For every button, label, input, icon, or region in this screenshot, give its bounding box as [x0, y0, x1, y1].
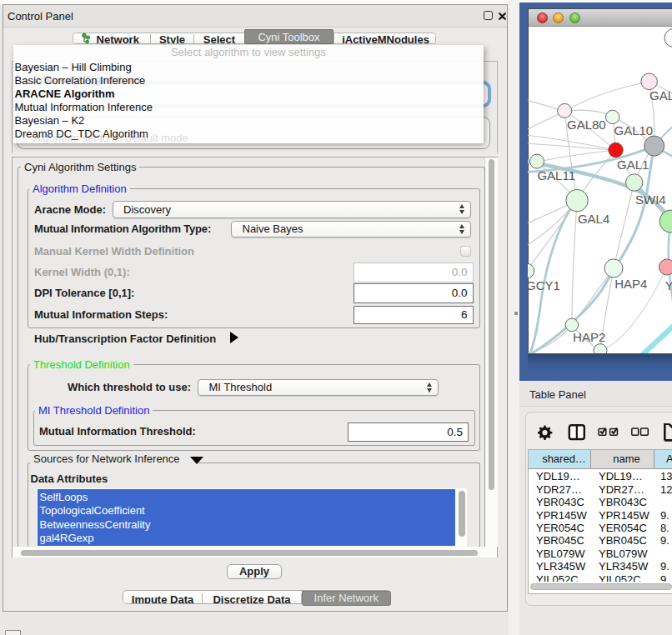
svg-text:GAL7: GAL7: [649, 88, 672, 102]
svg-text:HAP4: HAP4: [614, 277, 647, 291]
svg-text:HAP2: HAP2: [573, 330, 605, 344]
svg-text:Y: Y: [665, 278, 672, 292]
svg-text:GAL4: GAL4: [578, 212, 609, 226]
svg-text:GCY1: GCY1: [528, 278, 560, 292]
svg-text:GAL10: GAL10: [614, 123, 654, 138]
svg-text:GAL1: GAL1: [617, 158, 649, 172]
svg-text:SWI4: SWI4: [635, 192, 666, 207]
svg-text:GAL80: GAL80: [567, 118, 606, 132]
svg-text:GAL11: GAL11: [537, 168, 575, 182]
